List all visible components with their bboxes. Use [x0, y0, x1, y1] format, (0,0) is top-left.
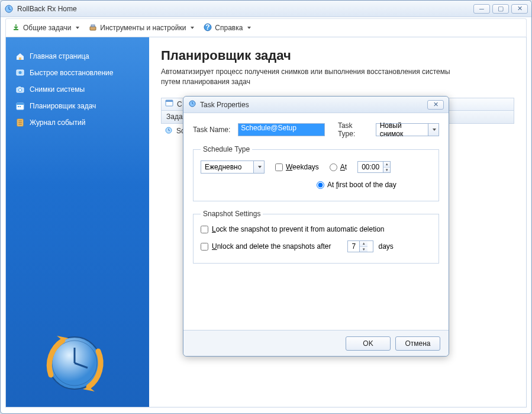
svg-point-9	[19, 89, 22, 92]
svg-rect-2	[90, 27, 96, 30]
task-type-label: Task Type:	[338, 121, 371, 138]
svg-rect-14	[20, 106, 21, 107]
task-icon	[165, 126, 173, 136]
sidebar-item-scheduler[interactable]: Планировщик задач	[12, 98, 143, 114]
download-icon	[12, 23, 20, 33]
sidebar-item-log[interactable]: Журнал событий	[12, 114, 143, 131]
tools-settings-menu[interactable]: Инструменты и настройки	[89, 23, 194, 33]
tab-label[interactable]: С	[177, 100, 182, 108]
schedule-frequency-select[interactable]: Ежедневно	[201, 161, 265, 174]
home-icon	[15, 52, 25, 61]
sidebar-item-label: Быстрое восстановление	[30, 69, 113, 77]
unlock-check-input[interactable]	[201, 243, 208, 251]
window-controls: ─ ▢ ✕	[473, 4, 528, 14]
task-name-row: Task Name: Schedule@Setup Task Type: Нов…	[193, 121, 439, 138]
sidebar-item-label: Журнал событий	[30, 118, 85, 127]
app-icon	[4, 4, 14, 14]
sidebar-item-home[interactable]: Главная страница	[12, 48, 143, 65]
title-bar: RollBack Rx Home ─ ▢ ✕	[1, 1, 531, 17]
weekdays-checkbox[interactable]: Weekdays	[275, 163, 319, 171]
sidebar-item-restore[interactable]: Быстрое восстановление	[12, 65, 143, 81]
schedule-type-group: Schedule Type Ежедневно Weekdays At	[193, 145, 439, 201]
task-type-select[interactable]: Новый снимок	[376, 123, 439, 136]
chevron-down-icon	[428, 124, 439, 136]
unlock-delete-checkbox[interactable]: Unlock and delete the snapshots after	[201, 242, 331, 251]
sidebar-item-label: Снимки системы	[30, 85, 85, 94]
svg-text:?: ?	[206, 23, 210, 31]
camera-icon	[15, 85, 25, 94]
dialog-title-bar: Task Properties ✕	[183, 97, 449, 113]
svg-rect-3	[91, 25, 95, 27]
dialog-body: Task Name: Schedule@Setup Task Type: Нов…	[183, 113, 449, 264]
help-icon: ?	[204, 23, 212, 33]
schedule-type-legend: Schedule Type	[201, 145, 252, 153]
maximize-button[interactable]: ▢	[492, 4, 509, 14]
snapshot-settings-legend: Snapshot Settings	[201, 210, 263, 218]
dialog-icon	[188, 100, 196, 110]
weekdays-check-input[interactable]	[275, 163, 283, 171]
sidebar-item-label: Главная страница	[30, 52, 89, 60]
toolbar: Общие задачи Инструменты и настройки ? С…	[5, 18, 527, 37]
calendar-icon	[15, 101, 25, 111]
app-window: RollBack Rx Home ─ ▢ ✕ Общие задачи Инст…	[0, 0, 532, 414]
common-tasks-menu[interactable]: Общие задачи	[12, 23, 79, 33]
tools-icon	[89, 23, 97, 33]
sidebar-item-label: Планировщик задач	[30, 102, 96, 110]
lock-check-input[interactable]	[201, 226, 208, 233]
days-spinner[interactable]: 7 ▲▼	[347, 240, 373, 252]
chevron-down-icon	[191, 27, 194, 29]
sidebar-item-snapshots[interactable]: Снимки системы	[12, 81, 143, 98]
ok-button[interactable]: OK	[346, 336, 391, 351]
svg-rect-13	[18, 106, 19, 107]
dialog-footer: OK Отмена	[183, 330, 449, 356]
svg-rect-26	[166, 100, 173, 102]
first-boot-radio-input[interactable]	[317, 181, 324, 189]
at-time-spinner[interactable]: 00:00 ▲▼	[357, 161, 391, 173]
cancel-button[interactable]: Отмена	[395, 336, 440, 351]
spinner-arrows[interactable]: ▲▼	[359, 241, 367, 252]
chevron-down-icon	[253, 161, 264, 173]
page-description: Автоматизирует процесс получения снимков…	[161, 67, 469, 87]
window-title: RollBack Rx Home	[17, 5, 77, 13]
svg-rect-12	[17, 103, 24, 105]
page-title: Планировщик задач	[161, 48, 514, 63]
chevron-down-icon	[76, 27, 79, 29]
spinner-arrows[interactable]: ▲▼	[383, 162, 390, 172]
toolbar-label: Инструменты и настройки	[100, 24, 186, 32]
dialog-title: Task Properties	[200, 101, 249, 109]
svg-rect-10	[18, 86, 21, 88]
restore-icon	[15, 68, 25, 78]
toolbar-label: Общие задачи	[23, 24, 71, 32]
help-menu[interactable]: ? Справка	[204, 23, 251, 33]
toolbar-label: Справка	[215, 24, 243, 32]
chevron-down-icon	[247, 27, 251, 29]
app-logo	[39, 328, 110, 399]
dialog-close-button[interactable]: ✕	[427, 100, 444, 110]
at-time-radio[interactable]: At	[330, 163, 347, 171]
task-name-input[interactable]: Schedule@Setup	[238, 123, 325, 136]
close-button[interactable]: ✕	[511, 4, 528, 14]
first-boot-radio[interactable]: At first boot of the day	[317, 181, 396, 189]
snapshot-settings-group: Snapshot Settings Lock the snapshot to p…	[193, 210, 439, 264]
log-icon	[15, 118, 25, 127]
task-properties-dialog: Task Properties ✕ Task Name: Schedule@Se…	[183, 96, 449, 357]
calendar-small-icon	[165, 99, 173, 109]
svg-point-7	[19, 71, 22, 74]
sidebar: Главная страница Быстрое восстановление …	[6, 37, 149, 407]
minimize-button[interactable]: ─	[473, 4, 490, 14]
days-unit-label: days	[378, 242, 393, 251]
lock-snapshot-checkbox[interactable]: Lock the snapshot to prevent it from aut…	[201, 225, 385, 233]
svg-rect-1	[14, 29, 18, 30]
at-radio-input[interactable]	[330, 163, 337, 171]
task-name-label: Task Name:	[193, 126, 233, 134]
